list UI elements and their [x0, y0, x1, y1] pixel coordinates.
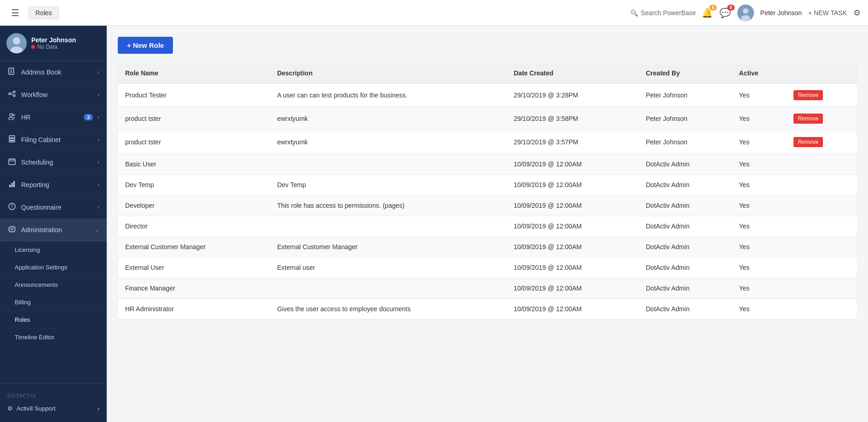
svg-rect-24 — [9, 159, 15, 165]
sidebar-item-label: Scheduling — [21, 159, 93, 166]
cell-description — [270, 154, 506, 175]
cell-role-name: Finance Manager — [118, 278, 270, 299]
sidebar-item-reporting[interactable]: Reporting › — [0, 174, 107, 196]
support-icon: ⚙ — [7, 405, 13, 412]
cell-created-by: DotActiv Admin — [638, 216, 732, 237]
cell-active: Yes — [732, 154, 786, 175]
cell-created-by: Peter Johnson — [638, 107, 732, 131]
sidebar-item-questionnaire[interactable]: ? Questionnaire › — [0, 196, 107, 219]
status-dot — [31, 45, 35, 49]
sidebar-item-address-book[interactable]: Address Book › — [0, 61, 107, 84]
svg-point-12 — [13, 95, 15, 97]
subnav-item-announcements[interactable]: Announcements — [0, 276, 107, 294]
remove-button[interactable]: Remove — [793, 90, 823, 100]
sidebar-item-filing-cabinet[interactable]: Filing Cabinet › — [0, 129, 107, 151]
table-row: DeveloperThis role has access to permiss… — [118, 195, 857, 216]
cell-date-created: 10/09/2019 @ 12:00AM — [506, 154, 638, 175]
cell-description: A user can can test products for the bus… — [270, 84, 506, 107]
topbar-icons: 🔔 5 💬 0 Peter Johnson + NEW TASK ⚙ — [701, 5, 861, 21]
subnav-label: Application Settings — [15, 264, 67, 271]
svg-rect-30 — [13, 181, 15, 187]
sidebar-status: No Data — [31, 44, 76, 50]
questionnaire-icon: ? — [7, 203, 17, 212]
cell-date-created: 29/10/2019 @ 3:57PM — [506, 131, 638, 154]
sidebar-item-label: HR — [21, 114, 79, 121]
cell-role-name: Director — [118, 216, 270, 237]
cell-role-name: External Customer Manager — [118, 237, 270, 257]
cell-active: Yes — [732, 107, 786, 131]
message-icon[interactable]: 💬 0 — [719, 7, 731, 18]
svg-point-21 — [11, 137, 12, 137]
cell-actions — [786, 299, 857, 319]
subnav-item-application-settings[interactable]: Application Settings — [0, 259, 107, 276]
subnav-label: Licensing — [15, 246, 40, 253]
cell-date-created: 29/10/2019 @ 3:28PM — [506, 84, 638, 107]
subnav-item-licensing[interactable]: Licensing — [0, 241, 107, 259]
hr-badge: 3 — [84, 114, 93, 120]
subnav-item-roles[interactable]: Roles — [0, 311, 107, 329]
chevron-right-icon: › — [98, 114, 99, 120]
reporting-icon — [7, 180, 17, 189]
cell-actions: Remove — [786, 84, 857, 107]
cell-created-by: DotActiv Admin — [638, 257, 732, 278]
breadcrumb: Roles — [29, 6, 59, 19]
sidebar-item-scheduling[interactable]: Scheduling › — [0, 151, 107, 174]
cell-active: Yes — [732, 216, 786, 237]
notification-bell[interactable]: 🔔 5 — [701, 7, 713, 18]
new-task-button[interactable]: + NEW TASK — [808, 9, 847, 17]
roles-table: Role Name Description Date Created Creat… — [118, 63, 857, 319]
svg-point-17 — [13, 114, 15, 116]
support-label: Activ8 Support — [17, 405, 56, 412]
svg-point-10 — [9, 93, 11, 95]
administration-icon — [7, 225, 17, 234]
cell-active: Yes — [732, 175, 786, 195]
main-content: + New Role Role Name Description Date Cr… — [107, 26, 868, 422]
cell-date-created: 10/09/2019 @ 12:00AM — [506, 237, 638, 257]
workflow-icon — [7, 90, 17, 99]
col-header-active: Active — [732, 63, 786, 84]
new-role-button[interactable]: + New Role — [118, 37, 173, 54]
cell-active: Yes — [732, 84, 786, 107]
subnav-item-timeline-editor[interactable]: Timeline Editor — [0, 329, 107, 346]
svg-point-22 — [11, 139, 12, 140]
sidebar-avatar — [6, 33, 27, 53]
sidebar-item-workflow[interactable]: Workflow › — [0, 84, 107, 106]
svg-rect-29 — [11, 183, 13, 187]
sidebar-user-profile: Peter Johnson No Data — [0, 26, 107, 61]
sidebar-footer: DOTACTIV ⚙ Activ8 Support › — [0, 383, 107, 422]
sidebar-item-administration[interactable]: Administration ⌄ — [0, 219, 107, 241]
cell-role-name: HR Administrator — [118, 299, 270, 319]
remove-button[interactable]: Remove — [793, 114, 823, 124]
cell-date-created: 10/09/2019 @ 12:00AM — [506, 299, 638, 319]
svg-point-33 — [11, 228, 13, 230]
dotactiv-label: DOTACTIV — [7, 389, 99, 400]
search-bar[interactable]: 🔍 Search PowerBase — [630, 9, 696, 17]
cell-active: Yes — [732, 237, 786, 257]
col-header-date-created: Date Created — [506, 63, 638, 84]
col-header-role-name: Role Name — [118, 63, 270, 84]
chevron-right-icon: › — [98, 137, 99, 143]
avatar[interactable] — [737, 5, 754, 21]
sidebar-item-hr[interactable]: HR 3 › — [0, 106, 107, 129]
sidebar-item-label: Address Book — [21, 68, 93, 76]
cell-created-by: DotActiv Admin — [638, 195, 732, 216]
table-row: HR AdministratorGives the user access to… — [118, 299, 857, 319]
svg-point-16 — [9, 117, 13, 120]
hamburger-menu[interactable]: ☰ — [7, 6, 23, 20]
cell-actions — [786, 278, 857, 299]
cell-date-created: 10/09/2019 @ 12:00AM — [506, 257, 638, 278]
sidebar-item-label: Reporting — [21, 181, 93, 188]
remove-button[interactable]: Remove — [793, 137, 823, 147]
cell-date-created: 10/09/2019 @ 12:00AM — [506, 175, 638, 195]
support-item[interactable]: ⚙ Activ8 Support › — [7, 400, 99, 416]
table-row: Director10/09/2019 @ 12:00AMDotActiv Adm… — [118, 216, 857, 237]
table-row: product tsterewrxtyumk29/10/2019 @ 3:58P… — [118, 107, 857, 131]
col-header-created-by: Created By — [638, 63, 732, 84]
subnav-item-billing[interactable]: Billing — [0, 294, 107, 311]
cell-description: Gives the user access to employee docume… — [270, 299, 506, 319]
cell-active: Yes — [732, 278, 786, 299]
message-count: 0 — [727, 5, 735, 11]
cell-actions — [786, 154, 857, 175]
settings-icon[interactable]: ⚙ — [853, 8, 861, 18]
cell-role-name: product tster — [118, 131, 270, 154]
